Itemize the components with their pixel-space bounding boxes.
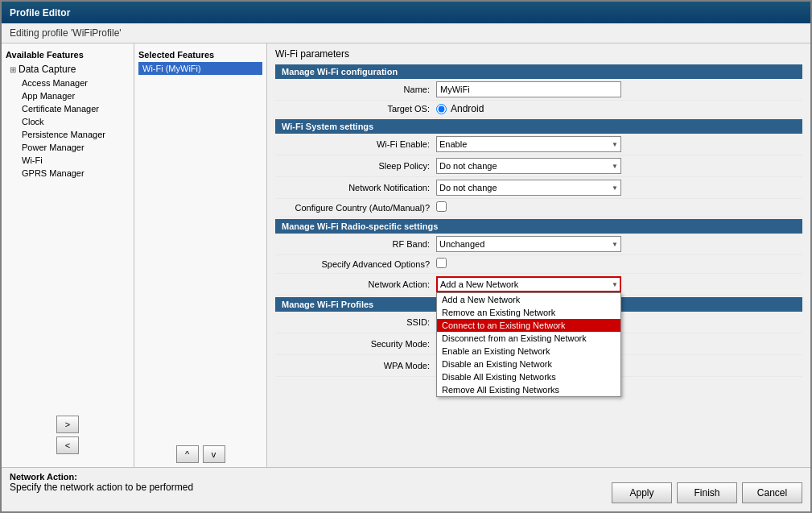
network-action-label: Network Action: xyxy=(275,279,436,289)
selected-features-list: Selected Features Wi-Fi (MyWiFi) xyxy=(134,43,266,441)
sleep-policy-value: Do not change No Sleep Policy Use Device… xyxy=(436,158,802,174)
sidebar-item-access-manager[interactable]: Access Manager xyxy=(6,77,130,89)
rf-band-row: RF Band: Unchanged 2.4 GHz 5 GHz xyxy=(275,234,802,255)
network-action-value: Add a New Network Remove an Existing Net… xyxy=(436,276,802,292)
specify-advanced-value xyxy=(436,258,802,271)
option-remove-all-networks[interactable]: Remove All Existing Networks xyxy=(437,383,620,396)
status-description: Specify the network action to be perform… xyxy=(10,482,612,493)
specify-advanced-row: Specify Advanced Options? xyxy=(275,255,802,274)
ssid-label: SSID: xyxy=(275,317,436,327)
wifi-system-settings-section: Wi-Fi System settings Wi-Fi Enable: Enab… xyxy=(275,119,802,217)
target-os-value: Android xyxy=(436,103,802,114)
center-panel: Selected Features Wi-Fi (MyWiFi) ^ v xyxy=(134,43,267,467)
finish-button[interactable]: Finish xyxy=(677,482,737,503)
specify-advanced-checkbox[interactable] xyxy=(436,258,447,268)
option-enable-existing-network[interactable]: Enable an Existing Network xyxy=(437,345,620,358)
rf-band-label: RF Band: xyxy=(275,239,436,249)
sidebar-item-power-manager[interactable]: Power Manager xyxy=(6,141,130,154)
sidebar-item-certificate-manager[interactable]: Certificate Manager xyxy=(6,102,130,115)
main-content: Available Features ⊞ Data Capture Access… xyxy=(2,43,810,467)
target-os-label: Target OS: xyxy=(275,104,436,114)
wifi-enable-dropdown[interactable]: Enable Disable Do not change xyxy=(436,136,621,152)
network-action-dropdown[interactable]: Add a New Network Remove an Existing Net… xyxy=(436,276,621,292)
updown-buttons: ^ v xyxy=(134,441,266,467)
manage-wifi-config-section: Manage Wi-Fi configuration Name: Target … xyxy=(275,64,802,118)
name-row: Name: xyxy=(275,79,802,101)
configure-country-checkbox[interactable] xyxy=(436,201,447,212)
option-add-new-network[interactable]: Add a New Network xyxy=(437,293,620,306)
target-os-row: Target OS: Android xyxy=(275,101,802,118)
sleep-policy-label: Sleep Policy: xyxy=(275,161,436,171)
sidebar-item-wifi[interactable]: Wi-Fi xyxy=(6,154,130,167)
status-title: Network Action: xyxy=(10,472,612,482)
name-input[interactable] xyxy=(436,81,621,97)
move-up-button[interactable]: ^ xyxy=(176,445,199,463)
selected-features-title: Selected Features xyxy=(138,48,262,62)
android-label: Android xyxy=(451,103,484,114)
sleep-policy-dropdown[interactable]: Do not change No Sleep Policy Use Device… xyxy=(436,158,621,174)
network-notification-label: Network Notification: xyxy=(275,183,436,192)
title-bar: Profile Editor xyxy=(2,2,810,23)
security-mode-label: Security Mode: xyxy=(275,339,436,349)
option-disable-all-networks[interactable]: Disable All Existing Networks xyxy=(437,370,620,383)
move-left-button[interactable]: < xyxy=(56,436,79,454)
network-notification-dropdown[interactable]: Do not change Enable Disable xyxy=(436,180,621,196)
sleep-policy-row: Sleep Policy: Do not change No Sleep Pol… xyxy=(275,155,802,177)
configure-country-value xyxy=(436,201,802,214)
configure-country-label: Configure Country (Auto/Manual)? xyxy=(275,203,436,213)
name-value xyxy=(436,81,802,97)
sidebar-item-clock[interactable]: Clock xyxy=(6,115,130,128)
move-right-button[interactable]: > xyxy=(56,416,79,433)
dialog-title: Profile Editor xyxy=(10,7,70,19)
manage-wifi-config-header: Manage Wi-Fi configuration xyxy=(275,64,802,79)
network-notification-value: Do not change Enable Disable xyxy=(436,180,802,196)
network-action-row: Network Action: Add a New Network Remove… xyxy=(275,274,802,296)
wifi-enable-row: Wi-Fi Enable: Enable Disable Do not chan… xyxy=(275,134,802,155)
tree-item-data-capture[interactable]: ⊞ Data Capture xyxy=(6,62,130,77)
selected-item-wifi[interactable]: Wi-Fi (MyWiFi) xyxy=(138,62,262,75)
option-connect-existing-network[interactable]: Connect to an Existing Network xyxy=(437,319,620,332)
configure-country-row: Configure Country (Auto/Manual)? xyxy=(275,199,802,217)
rf-band-value: Unchanged 2.4 GHz 5 GHz xyxy=(436,236,802,252)
available-features-title: Available Features xyxy=(6,48,130,62)
move-down-button[interactable]: v xyxy=(203,445,225,463)
available-features-list: Available Features ⊞ Data Capture Access… xyxy=(2,43,134,403)
option-disconnect-existing-network[interactable]: Disconnect from an Existing Network xyxy=(437,332,620,345)
status-text-area: Network Action: Specify the network acti… xyxy=(10,472,612,493)
network-notification-row: Network Notification: Do not change Enab… xyxy=(275,177,802,199)
profile-editor-dialog: Profile Editor Editing profile 'WiFiProf… xyxy=(0,0,812,513)
wifi-enable-value: Enable Disable Do not change xyxy=(436,136,802,152)
name-label: Name: xyxy=(275,85,436,94)
wifi-enable-label: Wi-Fi Enable: xyxy=(275,139,436,149)
sidebar-item-persistence-manager[interactable]: Persistence Manager xyxy=(6,128,130,141)
rf-band-dropdown[interactable]: Unchanged 2.4 GHz 5 GHz xyxy=(436,236,621,252)
dialog-subtitle: Editing profile 'WiFiProfile' xyxy=(2,23,810,43)
left-panel: Available Features ⊞ Data Capture Access… xyxy=(2,43,134,467)
right-panel: Wi-Fi parameters Manage Wi-Fi configurat… xyxy=(267,43,810,467)
bottom-bar: Network Action: Specify the network acti… xyxy=(2,467,810,511)
specify-advanced-label: Specify Advanced Options? xyxy=(275,259,436,269)
cancel-button[interactable]: Cancel xyxy=(742,482,802,503)
wifi-system-settings-header: Wi-Fi System settings xyxy=(275,119,802,134)
sidebar-item-app-manager[interactable]: App Manager xyxy=(6,89,130,102)
sidebar-item-gprs-manager[interactable]: GPRS Manager xyxy=(6,167,130,180)
apply-button[interactable]: Apply xyxy=(612,482,672,503)
wifi-params-title: Wi-Fi parameters xyxy=(267,43,810,64)
wpa-mode-label: WPA Mode: xyxy=(275,361,436,370)
option-remove-existing-network[interactable]: Remove an Existing Network xyxy=(437,306,620,319)
option-disable-existing-network[interactable]: Disable an Existing Network xyxy=(437,358,620,370)
move-buttons: > < xyxy=(2,403,134,467)
params-scroll: Manage Wi-Fi configuration Name: Target … xyxy=(267,64,810,467)
bottom-buttons: Apply Finish Cancel xyxy=(612,482,802,507)
expand-icon: ⊞ xyxy=(10,65,16,74)
wifi-radio-settings-section: Manage Wi-Fi Radio-specific settings RF … xyxy=(275,219,802,296)
wifi-radio-settings-header: Manage Wi-Fi Radio-specific settings xyxy=(275,219,802,234)
android-radio[interactable] xyxy=(436,104,447,114)
network-action-popup: Add a New Network Remove an Existing Net… xyxy=(436,292,621,397)
